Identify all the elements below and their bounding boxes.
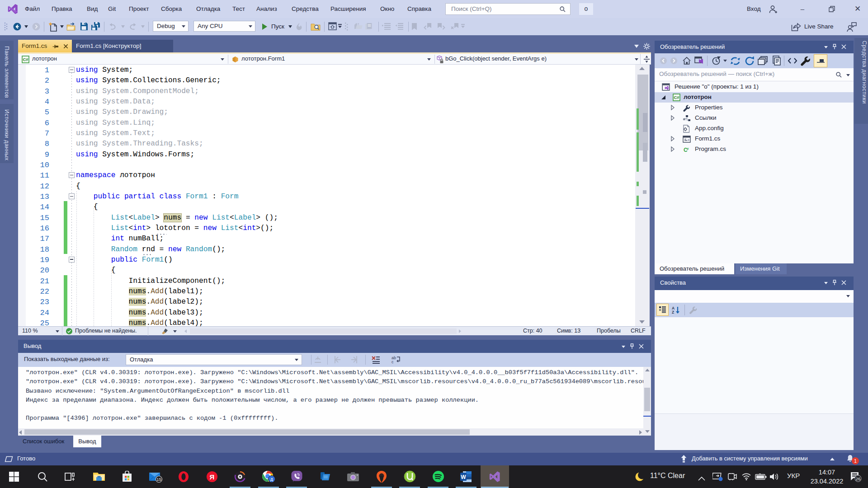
- svg-text:C#: C#: [674, 95, 679, 100]
- svg-text:#: #: [687, 147, 689, 151]
- svg-text:Я: Я: [210, 473, 215, 481]
- svg-text:c: c: [392, 360, 394, 364]
- svg-text:W: W: [461, 474, 466, 480]
- svg-text:C#: C#: [23, 57, 28, 62]
- svg-text:15: 15: [156, 477, 161, 482]
- svg-text:д: д: [270, 477, 273, 482]
- svg-text:Z: Z: [672, 310, 674, 314]
- svg-text:26: 26: [856, 476, 861, 481]
